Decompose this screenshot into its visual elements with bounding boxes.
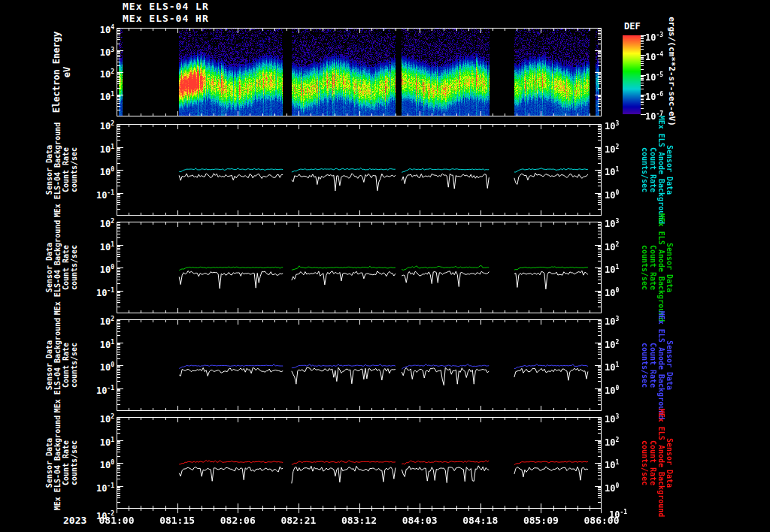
plot-screen: MEx ELS-04 LR MEx ELS-04 HR DEF ergs/(cm…: [0, 0, 770, 532]
spectrogram-y-tick-label: 103: [83, 45, 114, 58]
panel-1-right-tick-label: 100: [605, 188, 619, 201]
panel-4-right-tick-label: 102: [605, 435, 619, 448]
colorbar-tick-label: 10-5: [645, 70, 663, 83]
panel-1-left-axis-label: Sensor Data MEx ELS-04 Background Count …: [45, 122, 78, 217]
panel-3-left-tick-label: 10-1: [83, 383, 114, 396]
time-tick-label: 082:21: [274, 515, 323, 526]
colorbar-tick-label: 10-6: [645, 89, 663, 102]
panel-2-right-tick-label: 102: [605, 240, 619, 252]
panel-1-left-tick-label: 10-1: [83, 188, 114, 201]
spectrogram-y-tick-label: 101: [83, 89, 114, 102]
time-tick-label: 085:09: [517, 515, 565, 526]
panel-4-left-axis-label: Sensor Data MEx ELS-04 Background Count …: [45, 416, 78, 510]
panel-4-right-tick-label: 101: [605, 458, 619, 470]
panel-2-left-tick-label: 10-1: [83, 286, 114, 298]
panel-3-right-tick-label: 101: [605, 360, 619, 373]
line-plot-canvas-2: [117, 222, 602, 313]
panel-3-right-tick-label: 102: [605, 337, 619, 350]
time-tick-label: 084:03: [396, 515, 444, 526]
plot-title-lr: MEx ELS-04 LR: [123, 1, 209, 13]
spectrogram-y-tick-label: 102: [83, 67, 114, 80]
panel-3-left-tick-label: 100: [83, 360, 114, 373]
panel-2-right-tick-label: 101: [605, 262, 619, 275]
panel-3-right-axis-label: Sensor Data MEx ELS Anode Background Cou…: [641, 311, 674, 420]
panel-1-left-tick-label: 102: [83, 119, 114, 131]
time-tick-label: 084:18: [456, 515, 505, 526]
colorbar-units-label: ergs/(cm**2-sr-sec-eV): [667, 17, 676, 126]
panel-1-right-tick-label: 102: [605, 142, 619, 155]
panel-4-right-tick-label: 103: [605, 412, 619, 425]
colorbar-title: DEF: [624, 22, 641, 32]
line-plot-canvas-1: [117, 124, 602, 216]
panel-3-left-axis-label: Sensor Data MEx ELS-04 Background Count …: [45, 318, 78, 413]
panel-3-left-tick-label: 101: [83, 337, 114, 350]
spectrogram-y-tick-label: 104: [83, 23, 114, 35]
colorbar-tick-label: 10-3: [645, 30, 663, 43]
line-plot-canvas-3: [117, 319, 602, 411]
panel-4-left-tick-label: 100: [83, 458, 114, 470]
time-tick-label: 086:00: [578, 515, 626, 526]
panel-3-right-tick-label: 100: [605, 383, 619, 396]
panel-3-right-tick-label: 103: [605, 314, 619, 327]
panel-1-left-tick-label: 100: [83, 165, 114, 177]
panel-3-left-tick-label: 102: [83, 314, 114, 327]
panel-4-right-tick-label: 100: [605, 481, 619, 494]
panel-1-left-tick-label: 101: [83, 142, 114, 155]
electron-energy-axis-label: Electron Energy eV: [51, 32, 72, 113]
panel-4-left-tick-label: 101: [83, 435, 114, 448]
panel-2-left-tick-label: 101: [83, 240, 114, 252]
colorbar-tick-label: 10-4: [645, 50, 663, 62]
panel-1-right-tick-label: 101: [605, 165, 619, 177]
panel-2-left-tick-label: 102: [83, 216, 114, 229]
spectrogram-canvas: [117, 28, 602, 116]
line-plot-canvas-4: [117, 417, 602, 509]
panel-1-right-tick-label: 103: [605, 119, 619, 131]
time-tick-label: 082:06: [214, 515, 262, 526]
panel-2-left-axis-label: Sensor Data MEx ELS-04 Background Count …: [45, 220, 78, 315]
time-tick-label: 081:00: [92, 515, 141, 526]
panel-4-right-axis-label: Sensor Data MEx ELS Anode Background Cou…: [641, 409, 674, 518]
panel-2-right-tick-label: 100: [605, 286, 619, 298]
panel-1-right-axis-label: Sensor Data MEx ELS Anode Background Cou…: [641, 116, 674, 225]
time-tick-label: 083:12: [335, 515, 383, 526]
panel-2-right-axis-label: Sensor Data MEx ELS Anode Background Cou…: [641, 213, 674, 322]
panel-2-left-tick-label: 100: [83, 262, 114, 275]
panel-4-left-tick-label: 10-1: [83, 481, 114, 494]
time-tick-label: 081:15: [153, 515, 202, 526]
panel-2-right-tick-label: 103: [605, 216, 619, 229]
plot-title-hr: MEx ELS-04 HR: [123, 13, 209, 25]
panel-4-left-tick-label: 102: [83, 412, 114, 425]
